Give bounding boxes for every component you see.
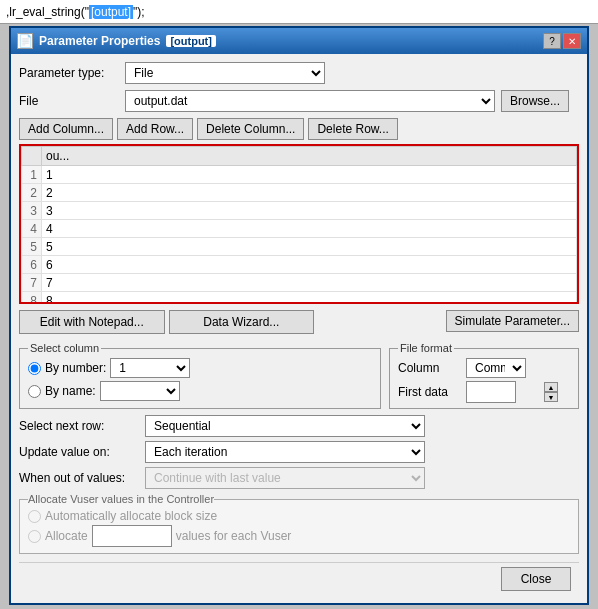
row-number: 2 [22,184,42,202]
alloc-values-label: values for each Vuser [176,529,292,543]
title-bar: 📄 Parameter Properties [output] ? ✕ [11,28,587,54]
delete-column-button[interactable]: Delete Column... [197,118,304,140]
update-value-row: Update value on: Each iteration [19,441,579,463]
table-row: 11 [22,166,577,184]
row-value: 8 [42,292,577,305]
close-button[interactable]: Close [501,567,571,591]
add-column-button[interactable]: Add Column... [19,118,113,140]
row-number: 5 [22,238,42,256]
row-number: 1 [22,166,42,184]
dialog-title: Parameter Properties [39,34,160,48]
by-number-label: By number: [45,361,106,375]
table-row: 55 [22,238,577,256]
dialog-body: Parameter type: File File output.dat Bro… [11,54,587,603]
by-number-radio[interactable] [28,362,41,375]
first-data-label: First data [398,385,460,399]
select-column-legend: Select column [28,342,101,354]
row-number: 6 [22,256,42,274]
param-type-select[interactable]: File [125,62,325,84]
file-format-grid: Column Comma First data 1 ▲ ▼ [398,358,570,403]
dialog-icon-label: 📄 [18,34,33,48]
row-value: 1 [42,166,577,184]
title-bar-left: 📄 Parameter Properties [output] [17,33,216,49]
title-buttons: ? ✕ [543,33,581,49]
table-row: 77 [22,274,577,292]
browse-button[interactable]: Browse... [501,90,569,112]
file-format-panel: File format Column Comma First data 1 ▲ … [389,342,579,409]
first-data-spinner: ▲ ▼ [544,382,570,402]
row-number: 8 [22,292,42,305]
by-number-select[interactable]: 1 [110,358,190,378]
code-text-before: ,lr_eval_string(" [6,5,89,19]
update-value-label: Update value on: [19,445,139,459]
add-row-button[interactable]: Add Row... [117,118,193,140]
by-name-select[interactable] [100,381,180,401]
next-row-select[interactable]: Sequential [145,415,425,437]
help-button[interactable]: ? [543,33,561,49]
file-row: File output.dat Browse... [19,90,579,112]
alloc-manual-label: Allocate [45,529,88,543]
row-value: 7 [42,274,577,292]
close-title-button[interactable]: ✕ [563,33,581,49]
alloc-value-input[interactable] [92,525,172,547]
by-name-radio[interactable] [28,385,41,398]
code-text-after: "); [133,5,145,19]
allocate-group: Allocate Vuser values in the Controller … [19,493,579,554]
spinner-down[interactable]: ▼ [544,392,558,402]
row-number: 3 [22,202,42,220]
table-row: 66 [22,256,577,274]
row-number: 7 [22,274,42,292]
by-name-row: By name: [28,381,372,401]
alloc-row-2: Allocate values for each Vuser [28,525,570,547]
row-value: 5 [42,238,577,256]
table-row: 88 [22,292,577,305]
row-value: 6 [42,256,577,274]
next-row-label: Select next row: [19,419,139,433]
delete-row-button[interactable]: Delete Row... [308,118,397,140]
when-out-label: When out of values: [19,471,139,485]
simulate-button[interactable]: Simulate Parameter... [446,310,579,332]
param-type-label: Parameter type: [19,66,119,80]
code-highlight: [output] [89,5,133,19]
file-format-legend: File format [398,342,454,354]
column-label: Column [398,361,460,375]
table-row: 33 [22,202,577,220]
panels-row: Select column By number: 1 By name: [19,342,579,409]
column-format-select[interactable]: Comma [466,358,526,378]
alloc-auto-radio[interactable] [28,510,41,523]
update-value-select[interactable]: Each iteration [145,441,425,463]
alloc-row-1: Automatically allocate block size [28,509,570,523]
row-number: 4 [22,220,42,238]
notepad-button[interactable]: Edit with Notepad... [19,310,165,334]
row-value: 3 [42,202,577,220]
table-row: 44 [22,220,577,238]
table-row: 22 [22,184,577,202]
wizard-button[interactable]: Data Wizard... [169,310,315,334]
alloc-auto-label: Automatically allocate block size [45,509,217,523]
when-out-select[interactable]: Continue with last value [145,467,425,489]
file-label: File [19,94,119,108]
by-name-label: By name: [45,384,96,398]
param-type-row: Parameter type: File [19,62,579,84]
data-grid: ou... 1122334455667788 [21,146,577,304]
file-input[interactable]: output.dat [125,90,495,112]
by-number-row: By number: 1 [28,358,372,378]
toolbar-row: Add Column... Add Row... Delete Column..… [19,118,579,140]
alloc-manual-radio[interactable] [28,530,41,543]
grid-row-num-header [22,147,42,166]
select-column-panel: Select column By number: 1 By name: [19,342,381,409]
dialog-footer: Close [19,562,579,595]
row-value: 2 [42,184,577,202]
first-data-input[interactable]: 1 [466,381,516,403]
bottom-buttons: Edit with Notepad... Data Wizard... Simu… [19,310,579,334]
parameter-properties-dialog: 📄 Parameter Properties [output] ? ✕ Para… [9,26,589,605]
code-bar: ,lr_eval_string("[output]"); [0,0,598,24]
next-row-row: Select next row: Sequential [19,415,579,437]
spinner-up[interactable]: ▲ [544,382,558,392]
dialog-icon: 📄 [17,33,33,49]
data-grid-wrapper: ou... 1122334455667788 [19,144,579,304]
grid-header-col: ou... [42,147,577,166]
allocate-legend: Allocate Vuser values in the Controller [28,493,214,505]
dialog-title-tag: [output] [166,35,216,47]
row-value: 4 [42,220,577,238]
